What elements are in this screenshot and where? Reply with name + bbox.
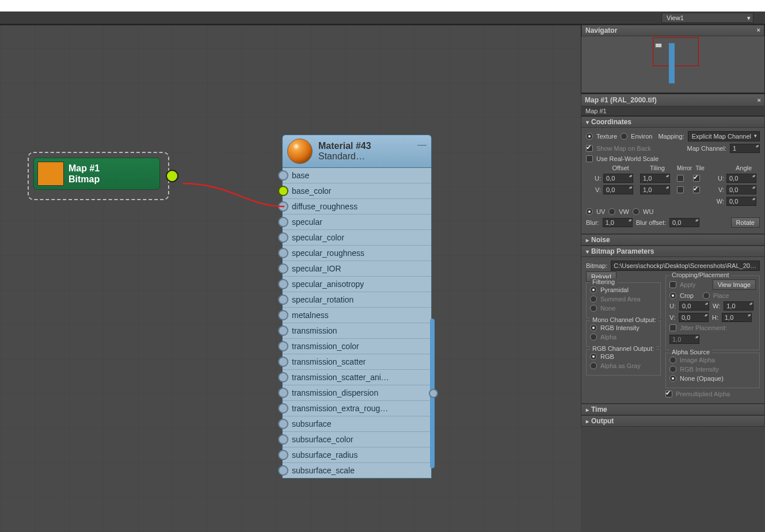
navigator-close-icon[interactable]: ×	[757, 26, 760, 35]
rollout-bitmap-params-header[interactable]: ▾ Bitmap Parameters	[581, 246, 765, 257]
material-input-port[interactable]	[278, 341, 288, 351]
jitter-spinner[interactable]: 1,0	[669, 335, 699, 344]
material-input-port[interactable]	[278, 170, 288, 181]
crop-v[interactable]: 0,0	[679, 313, 709, 322]
material-input-port[interactable]	[278, 465, 288, 476]
radio-mono-rgb-int[interactable]	[590, 324, 597, 331]
w-angle[interactable]: 0,0	[726, 197, 756, 206]
material-slot[interactable]: base_color	[283, 183, 431, 199]
radio-crop[interactable]	[669, 292, 676, 299]
u-tiling[interactable]: 1,0	[640, 174, 670, 183]
material-input-port[interactable]	[278, 450, 288, 460]
view-dropdown[interactable]: View1	[661, 13, 753, 23]
radio-alpha-none[interactable]	[669, 375, 676, 382]
blur-spinner[interactable]: 1,0	[603, 218, 633, 227]
material-input-port[interactable]	[278, 279, 288, 289]
rollout-coordinates-header[interactable]: ▾ Coordinates	[581, 116, 765, 128]
material-input-port[interactable]	[278, 403, 288, 414]
material-input-port[interactable]	[278, 186, 288, 196]
material-input-port[interactable]	[278, 326, 288, 336]
v-angle[interactable]: 0,0	[726, 185, 756, 194]
material-slot[interactable]: transmission_scatter_ani…	[283, 370, 431, 385]
u-mirror[interactable]	[677, 175, 684, 182]
check-real-world-scale[interactable]	[586, 155, 593, 162]
radio-uv[interactable]	[586, 208, 593, 215]
radio-rgb-rgb[interactable]	[590, 353, 597, 360]
material-input-port[interactable]	[278, 263, 288, 274]
v-offset[interactable]: 0,0	[603, 185, 633, 194]
radio-pyramidal[interactable]	[590, 286, 597, 293]
material-slot[interactable]: metalness	[283, 308, 431, 323]
material-input-port[interactable]	[278, 294, 288, 305]
material-slot[interactable]: base	[283, 168, 431, 183]
material-input-port[interactable]	[278, 388, 288, 398]
map-channel-spinner[interactable]: 1	[730, 144, 760, 153]
radio-none[interactable]	[590, 305, 597, 312]
v-tiling[interactable]: 1,0	[640, 185, 670, 194]
check-jitter[interactable]	[669, 324, 676, 331]
check-premult[interactable]	[665, 391, 672, 397]
u-angle[interactable]: 0,0	[726, 174, 756, 183]
radio-alpha-rgb-int[interactable]	[669, 366, 676, 373]
rotate-button[interactable]: Rotate	[731, 217, 760, 228]
radio-environ[interactable]	[621, 133, 627, 140]
material-slot[interactable]: subsurface_scale	[283, 463, 431, 478]
collapse-icon[interactable]: —	[417, 140, 427, 150]
rollout-noise-header[interactable]: ▸ Noise	[581, 234, 765, 246]
radio-texture[interactable]	[586, 133, 593, 140]
material-slot[interactable]: specular_anisotropy	[283, 277, 431, 292]
navigator-view-rect[interactable]	[653, 37, 699, 66]
material-input-port[interactable]	[278, 357, 288, 367]
radio-place[interactable]	[703, 292, 710, 299]
material-input-port[interactable]	[278, 372, 288, 382]
blur-offset-spinner[interactable]: 0,0	[669, 218, 699, 227]
material-slot[interactable]: transmission_dispersion	[283, 385, 431, 401]
material-input-port[interactable]	[278, 248, 288, 258]
mapping-select[interactable]: Explicit Map Channel	[688, 131, 760, 141]
material-slot[interactable]: subsurface_color	[283, 432, 431, 447]
v-mirror[interactable]	[677, 186, 684, 193]
bitmap-path-field[interactable]: C:\Users\schockp\Desktop\Screenshots\RAL…	[611, 261, 760, 271]
crop-h[interactable]: 1,0	[722, 313, 752, 322]
check-show-map-on-back[interactable]	[586, 145, 593, 152]
material-slot[interactable]: transmission_color	[283, 339, 431, 354]
material-slot[interactable]: subsurface_radius	[283, 447, 431, 463]
material-slot[interactable]: transmission_scatter	[283, 354, 431, 370]
view-image-button[interactable]: View Image	[713, 280, 756, 290]
radio-wu[interactable]	[633, 208, 640, 215]
node-bitmap[interactable]: Map #1 Bitmap	[28, 152, 169, 200]
radio-mono-alpha[interactable]	[590, 334, 597, 340]
material-output-port[interactable]	[429, 389, 438, 398]
crop-w[interactable]: 1,0	[724, 301, 753, 311]
u-offset[interactable]: 0,0	[603, 174, 633, 183]
radio-vw[interactable]	[608, 208, 615, 215]
rollout-time-header[interactable]: ▸ Time	[581, 404, 765, 415]
rollout-output-header[interactable]: ▸ Output	[581, 415, 765, 427]
v-tile[interactable]	[693, 186, 700, 193]
check-apply[interactable]	[669, 281, 676, 288]
radio-image-alpha[interactable]	[669, 357, 676, 363]
param-close-icon[interactable]: ×	[758, 97, 761, 104]
material-slot[interactable]: specular_roughness	[283, 246, 431, 261]
material-slot[interactable]: specular_color	[283, 230, 431, 246]
material-slot[interactable]: specular_IOR	[283, 261, 431, 277]
material-slot[interactable]: transmission	[283, 323, 431, 339]
radio-alpha-gray[interactable]	[590, 362, 597, 369]
navigator-viewport[interactable]	[581, 36, 764, 93]
radio-summed-area[interactable]	[590, 296, 597, 303]
material-header[interactable]: Material #43 Standard… —	[282, 135, 432, 168]
material-slot[interactable]: specular	[283, 215, 431, 230]
bitmap-output-port[interactable]	[166, 170, 178, 182]
material-input-port[interactable]	[278, 434, 288, 445]
material-input-port[interactable]	[278, 419, 288, 429]
material-input-port[interactable]	[278, 232, 288, 243]
material-editor-canvas[interactable]: Map #1 Bitmap Material #43 Standard… — b…	[0, 24, 581, 532]
material-input-port[interactable]	[278, 310, 288, 320]
material-slot[interactable]: transmission_extra_roug…	[283, 401, 431, 416]
node-material[interactable]: Material #43 Standard… — basebase_colord…	[282, 135, 432, 479]
material-slot[interactable]: subsurface	[283, 416, 431, 432]
material-slot[interactable]: specular_rotation	[283, 292, 431, 308]
material-input-port[interactable]	[278, 217, 288, 227]
u-tile[interactable]	[693, 175, 700, 182]
material-input-port[interactable]	[278, 201, 288, 212]
